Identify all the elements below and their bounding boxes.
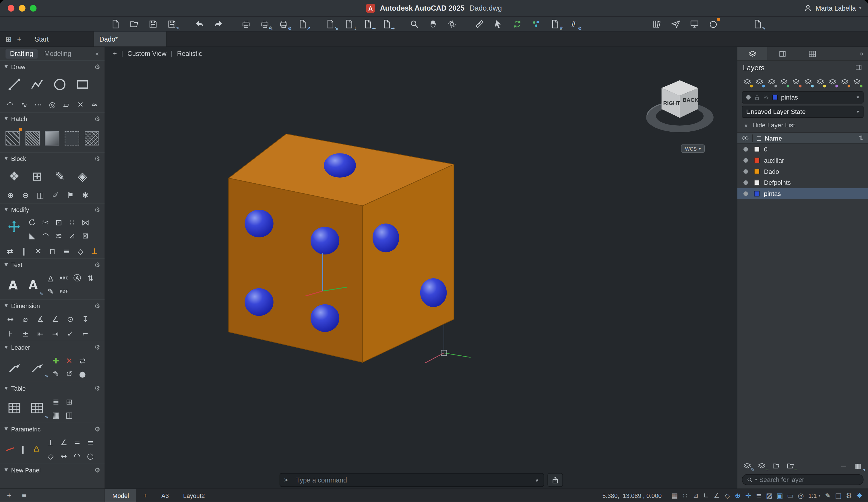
layer-color-swatch[interactable]: [754, 191, 760, 196]
snap-mode-icon[interactable]: ∷: [680, 490, 691, 501]
multileader-tool-icon[interactable]: [4, 357, 24, 378]
section-header-hatch[interactable]: ▼ Hatch ⚙: [0, 112, 104, 124]
annotation-edit-icon[interactable]: ✎: [823, 490, 833, 501]
match-layer-icon[interactable]: [839, 76, 850, 87]
text-annotate-tool-icon[interactable]: ✎: [44, 285, 56, 297]
layer-isolate-icon[interactable]: [778, 76, 789, 87]
circle-tool-icon[interactable]: [50, 74, 70, 95]
new-layout-tab[interactable]: +: [136, 489, 154, 502]
point-style-icon[interactable]: [529, 18, 542, 30]
grid-display-icon[interactable]: ▦: [669, 490, 680, 501]
stretch-tool-icon[interactable]: ⊿: [66, 230, 78, 242]
tolerance-tool-icon[interactable]: ±: [20, 327, 32, 339]
object-snap-icon[interactable]: ⊕: [733, 490, 743, 501]
layer-row[interactable]: Defpoints: [737, 177, 868, 188]
remove-leader-tool-icon[interactable]: ✕: [63, 355, 75, 367]
dimension-space-tool-icon[interactable]: ⇥: [49, 327, 61, 339]
share-button[interactable]: [547, 473, 562, 487]
table-cells-tool-icon[interactable]: ▦: [50, 409, 62, 421]
layer-search-input[interactable]: [759, 476, 858, 483]
layer-status-dot[interactable]: [743, 169, 748, 174]
table-rows-tool-icon[interactable]: ≣: [50, 396, 62, 408]
layer-status-dot[interactable]: [743, 191, 748, 196]
section-header-leader[interactable]: ▼ Leader ⚙: [0, 341, 104, 353]
section-header-modify[interactable]: ▼ Modify ⚙: [0, 203, 104, 215]
ellipse-tool-icon[interactable]: ▱: [61, 98, 72, 111]
layer-search-box[interactable]: ▾: [742, 474, 864, 485]
isometric-drafting-icon[interactable]: ◇: [722, 490, 733, 501]
page-setup-icon[interactable]: ⚙: [277, 18, 290, 30]
revision-cloud-tool-icon[interactable]: ≈: [89, 98, 100, 111]
annotation-visibility-icon[interactable]: ◎: [796, 490, 806, 501]
current-layer-dropdown[interactable]: ☼ pintas ▾: [742, 91, 864, 103]
gear-icon[interactable]: ⚙: [94, 343, 100, 351]
ortho-mode-icon[interactable]: ∟: [701, 490, 712, 501]
attach-tool-icon[interactable]: ⊕: [4, 189, 17, 201]
gear-icon[interactable]: ⚙: [94, 302, 100, 310]
diameter-dimension-tool-icon[interactable]: ⌀: [20, 313, 32, 325]
notifications-icon[interactable]: [706, 18, 720, 30]
zoom-window-control-icon[interactable]: [30, 4, 37, 11]
layer-unisolate-icon[interactable]: [790, 76, 801, 87]
dimension-update-tool-icon[interactable]: ✓: [64, 327, 76, 339]
orbit-icon[interactable]: [445, 18, 458, 30]
angular-dimension-tool-icon[interactable]: ∡: [34, 313, 46, 325]
gear-icon[interactable]: ⚙: [94, 425, 100, 433]
edit-attribute-tool-icon[interactable]: ✐: [49, 189, 61, 201]
section-header-new-panel[interactable]: ▼ New Panel ⚙: [0, 463, 104, 475]
layer-lock-icon[interactable]: [766, 76, 777, 87]
write-block-tool-icon[interactable]: ◈: [73, 166, 92, 187]
layer-status-dot[interactable]: [743, 180, 748, 185]
sort-arrows-icon[interactable]: ⇅: [858, 135, 864, 142]
transparency-icon[interactable]: ▨: [764, 490, 775, 501]
plot-icon[interactable]: [239, 18, 252, 30]
point-tool-icon[interactable]: ⋯: [32, 98, 44, 111]
ordinate-dimension-tool-icon[interactable]: ↧: [79, 313, 91, 325]
overkill-tool-icon[interactable]: ≡: [61, 245, 72, 257]
panel-menu-icon[interactable]: ≡: [22, 492, 27, 499]
panel-dock-icon[interactable]: [855, 64, 862, 71]
layer-status-dot[interactable]: [743, 147, 748, 151]
pdf-import-text-tool-icon[interactable]: PDF: [58, 285, 70, 297]
layer-color-swatch[interactable]: [754, 180, 760, 185]
tool-palettes-icon[interactable]: [650, 18, 663, 30]
linear-dimension-tool-icon[interactable]: ↔: [4, 313, 17, 325]
collapse-palette-icon[interactable]: «: [95, 50, 99, 57]
annotation-scale-control[interactable]: 1:1 ▾: [808, 492, 820, 499]
dice-front-face[interactable]: [228, 178, 362, 362]
plot-preview-icon[interactable]: 🔍︎: [258, 18, 271, 30]
name-column-header[interactable]: Name: [765, 135, 782, 142]
gear-icon[interactable]: ⚙: [94, 115, 100, 123]
layer-on-icon[interactable]: [742, 76, 752, 87]
share-drawing-icon[interactable]: [669, 18, 682, 30]
angular-constraint-tool-icon[interactable]: ∠: [58, 437, 70, 449]
zoom-window-icon[interactable]: [407, 18, 421, 30]
export-icon[interactable]: →: [380, 18, 393, 30]
add-panel-icon[interactable]: +: [7, 492, 12, 499]
parallel-constraint-tool-icon[interactable]: ∥: [18, 443, 28, 455]
new-tab-icon[interactable]: +: [17, 35, 21, 43]
join-tool-icon[interactable]: ⊓: [47, 245, 58, 257]
wcs-dropdown[interactable]: WCS ▾: [681, 144, 705, 153]
array-tool-icon[interactable]: ∷: [66, 216, 78, 228]
close-window-icon[interactable]: [8, 4, 14, 11]
layer-row-selected[interactable]: pintas: [737, 188, 868, 199]
collect-leader-tool-icon[interactable]: ↺: [63, 368, 75, 380]
fillet-tool-icon[interactable]: ◠: [40, 230, 52, 242]
save-icon[interactable]: [146, 18, 159, 30]
table-style-tool-icon[interactable]: ✎: [27, 398, 47, 419]
gear-icon[interactable]: ⚙: [94, 384, 100, 392]
layout-a3-tab[interactable]: A3: [154, 489, 176, 502]
viewport-menu-plus[interactable]: +: [113, 50, 117, 57]
tab-reference[interactable]: [797, 47, 827, 60]
copy-tool-icon[interactable]: ⊡: [53, 216, 65, 228]
tab-modeling[interactable]: Modeling: [40, 49, 76, 59]
dynamic-input-icon[interactable]: ▭: [785, 490, 796, 501]
insert-table-tool-icon[interactable]: [4, 398, 24, 419]
fix-constraint-lock-icon[interactable]: [31, 443, 42, 455]
linear-constraint-tool-icon[interactable]: ↔: [58, 450, 70, 462]
rotate-tool-icon[interactable]: [26, 216, 38, 228]
visibility-column-eye-icon[interactable]: [742, 135, 749, 142]
table-insert-cell-tool-icon[interactable]: ⊞: [63, 396, 75, 408]
equal-constraint-tool-icon[interactable]: =: [71, 437, 83, 449]
